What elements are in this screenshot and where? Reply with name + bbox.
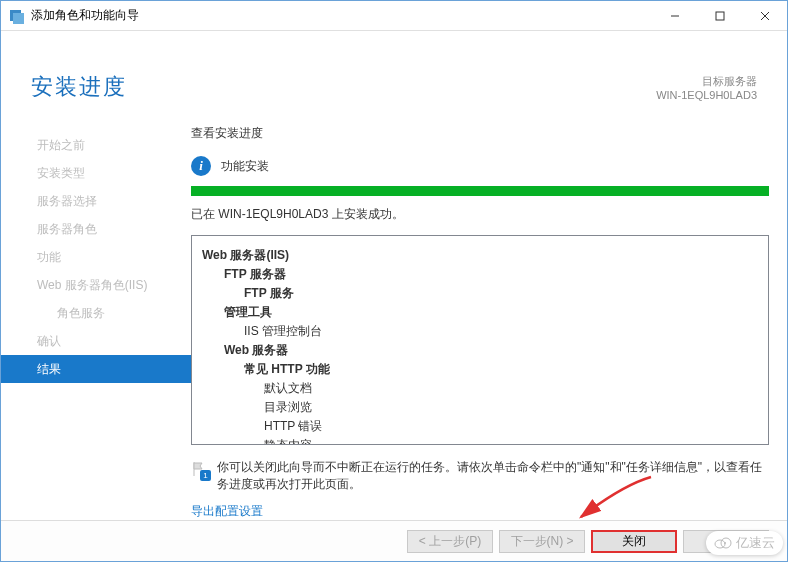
app-icon [9,8,25,24]
previous-button: < 上一步(P) [407,530,493,553]
svg-point-8 [724,542,726,544]
footer: < 上一步(P) 下一步(N) > 关闭 取消 [1,520,787,561]
wizard-window: 添加角色和功能向导 安装进度 目标服务器 WIN-1EQL9H0LAD3 开始之… [0,0,788,562]
sidebar-step: 安装类型 [1,159,191,187]
target-value: WIN-1EQL9H0LAD3 [656,89,757,101]
result-line: 管理工具 [202,303,758,322]
sidebar-step: 开始之前 [1,131,191,159]
result-line: HTTP 错误 [202,417,758,436]
close-window-button[interactable] [742,1,787,30]
sidebar-step: Web 服务器角色(IIS) [1,271,191,299]
note-text: 你可以关闭此向导而不中断正在运行的任务。请依次单击命令栏中的"通知"和"任务详细… [217,459,769,493]
sidebar-step: 功能 [1,243,191,271]
target-server-info: 目标服务器 WIN-1EQL9H0LAD3 [656,74,757,101]
svg-rect-3 [716,12,724,20]
minimize-button[interactable] [652,1,697,30]
sidebar-step: 服务器角色 [1,215,191,243]
page-title: 安装进度 [31,72,127,102]
main-panel: 查看安装进度 i 功能安装 已在 WIN-1EQL9H0LAD3 上安装成功。 … [191,123,769,520]
sidebar-step: 确认 [1,327,191,355]
close-button[interactable]: 关闭 [591,530,677,553]
target-label: 目标服务器 [656,74,757,89]
next-button: 下一步(N) > [499,530,585,553]
result-line: 默认文档 [202,379,758,398]
flag-icon: 1 [191,461,209,479]
svg-rect-1 [13,13,24,24]
result-line: FTP 服务 [202,284,758,303]
title-bar: 添加角色和功能向导 [1,1,787,31]
note-row: 1 你可以关闭此向导而不中断正在运行的任务。请依次单击命令栏中的"通知"和"任务… [191,459,769,493]
info-row: i 功能安装 [191,156,769,176]
result-line: FTP 服务器 [202,265,758,284]
notification-badge: 1 [200,470,211,481]
header: 安装进度 目标服务器 WIN-1EQL9H0LAD3 [1,31,787,123]
maximize-button[interactable] [697,1,742,30]
result-line: Web 服务器(IIS) [202,246,758,265]
result-line: 常见 HTTP 功能 [202,360,758,379]
watermark: 亿速云 [706,531,783,555]
sidebar-step: 角色服务 [1,299,191,327]
view-progress-title: 查看安装进度 [191,125,769,142]
result-line: 目录浏览 [202,398,758,417]
success-text: 已在 WIN-1EQL9H0LAD3 上安装成功。 [191,206,769,223]
content-area: 安装进度 目标服务器 WIN-1EQL9H0LAD3 开始之前安装类型服务器选择… [1,31,787,520]
result-line: IIS 管理控制台 [202,322,758,341]
window-title: 添加角色和功能向导 [31,7,652,24]
info-text: 功能安装 [221,158,269,175]
info-icon: i [191,156,211,176]
progress-bar [191,186,769,196]
sidebar-step: 服务器选择 [1,187,191,215]
results-panel[interactable]: Web 服务器(IIS)FTP 服务器FTP 服务管理工具IIS 管理控制台We… [191,235,769,445]
result-line: 静态内容 [202,436,758,445]
result-line: Web 服务器 [202,341,758,360]
sidebar: 开始之前安装类型服务器选择服务器角色功能Web 服务器角色(IIS)角色服务确认… [1,123,191,520]
export-config-link[interactable]: 导出配置设置 [191,503,769,520]
body: 开始之前安装类型服务器选择服务器角色功能Web 服务器角色(IIS)角色服务确认… [1,123,787,520]
sidebar-step[interactable]: 结果 [1,355,191,383]
